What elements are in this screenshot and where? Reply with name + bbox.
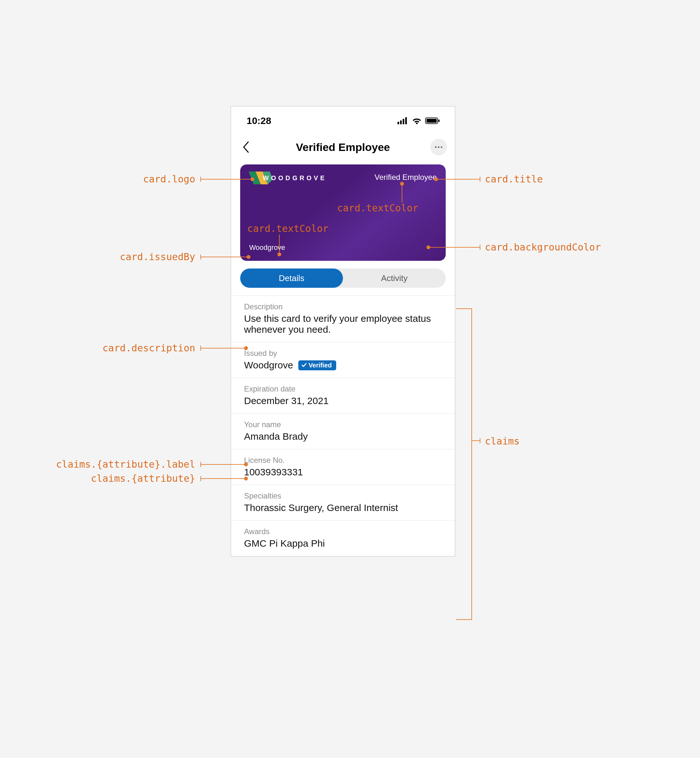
- svg-point-8: [435, 147, 437, 148]
- svg-rect-0: [397, 122, 399, 124]
- annotation-bracket: [456, 308, 472, 620]
- status-bar: 10:28: [231, 106, 455, 135]
- verified-badge: Verified: [298, 360, 336, 370]
- verified-badge-text: Verified: [309, 362, 332, 369]
- battery-icon: [425, 117, 440, 124]
- chevron-left-icon: [242, 141, 250, 153]
- annotation-dot: [244, 477, 248, 480]
- status-indicators: [397, 117, 440, 124]
- more-button[interactable]: [430, 139, 447, 155]
- annotation-dot: [244, 463, 248, 466]
- check-icon: [302, 363, 307, 368]
- row-value: Amanda Brady: [244, 431, 442, 442]
- row-label: Your name: [244, 420, 442, 429]
- row-value: Thorassic Surgery, General Internist: [244, 502, 442, 513]
- annotation-claims: claims: [485, 436, 520, 447]
- svg-point-4: [416, 122, 417, 124]
- row-expiration: Expiration date December 31, 2021: [231, 378, 455, 414]
- row-value: 10039393331: [244, 467, 442, 478]
- annotation-dot: [400, 182, 404, 186]
- page-title: Verified Employee: [296, 141, 390, 153]
- row-value: GMC Pi Kappa Phi: [244, 538, 442, 549]
- page-header: Verified Employee: [231, 135, 455, 159]
- annotation-tick: [200, 177, 201, 182]
- issued-by-value: Woodgrove: [244, 360, 293, 370]
- row-value: December 31, 2021: [244, 395, 442, 406]
- annotation-text-color-bottom: card.textColor: [247, 223, 328, 234]
- svg-rect-3: [405, 117, 407, 124]
- row-name: Your name Amanda Brady: [231, 414, 455, 449]
- row-label: Expiration date: [244, 384, 442, 394]
- annotation-tick: [200, 345, 201, 351]
- annotation-card-title: card.title: [485, 173, 543, 185]
- row-awards: Awards GMC Pi Kappa Phi: [231, 520, 455, 556]
- card-logo: WOODGROVE: [248, 172, 327, 184]
- svg-rect-7: [438, 119, 440, 122]
- annotation-tick: [480, 438, 480, 443]
- row-label: License No.: [244, 456, 442, 465]
- annotation-dot: [250, 177, 254, 181]
- annotation-bg-color: card.backgroundColor: [485, 242, 601, 253]
- svg-rect-2: [403, 119, 404, 124]
- wifi-icon: [412, 117, 422, 124]
- back-button[interactable]: [239, 140, 253, 154]
- row-label: Issued by: [244, 349, 442, 358]
- status-time: 10:28: [247, 115, 271, 126]
- svg-point-10: [441, 147, 442, 148]
- annotation-tick: [200, 476, 201, 481]
- annotation-dot: [277, 252, 281, 256]
- annotation-text-color-top: card.textColor: [337, 202, 419, 214]
- svg-point-9: [438, 147, 440, 148]
- svg-rect-1: [400, 120, 402, 124]
- row-issued-by: Issued by Woodgrove Verified: [231, 342, 455, 378]
- annotation-tick: [200, 255, 201, 259]
- row-description: Description Use this card to verify your…: [231, 296, 455, 342]
- row-label: Awards: [244, 527, 442, 536]
- annotation-description: card.description: [87, 342, 195, 354]
- card-issued-by: Woodgrove: [249, 244, 285, 252]
- annotation-issued-by: card.issuedBy: [96, 251, 195, 263]
- card-logo-text: WOODGROVE: [262, 174, 327, 182]
- annotation-tick: [480, 245, 480, 250]
- card-title: Verified Employee: [375, 173, 437, 182]
- row-label: Description: [244, 302, 442, 311]
- row-label: Specialties: [244, 491, 442, 500]
- annotation-tick: [200, 462, 201, 467]
- annotation-dot: [244, 346, 248, 350]
- row-specialties: Specialties Thorassic Surgery, General I…: [231, 485, 455, 520]
- tab-bar: Details Activity: [240, 269, 446, 288]
- annotation-card-logo: card.logo: [105, 173, 195, 185]
- row-value: Woodgrove Verified: [244, 360, 442, 370]
- annotation-tick: [480, 177, 480, 182]
- details-list: Description Use this card to verify your…: [231, 295, 455, 556]
- tab-activity[interactable]: Activity: [343, 269, 446, 288]
- annotation-dot: [247, 255, 250, 259]
- row-value: Use this card to verify your employee st…: [244, 313, 442, 335]
- ellipsis-icon: [435, 146, 442, 148]
- cellular-icon: [397, 117, 408, 124]
- annotation-dot: [434, 177, 438, 181]
- annotation-dot: [427, 245, 430, 249]
- annotation-claim-value: claims.{attribute}: [74, 473, 195, 484]
- phone-frame: 10:28 Verified Employee: [231, 106, 455, 556]
- svg-rect-6: [427, 119, 437, 123]
- tab-details[interactable]: Details: [240, 269, 343, 288]
- annotation-claim-label: claims.{attribute}.label: [42, 459, 195, 470]
- row-license: License No. 10039393331: [231, 449, 455, 485]
